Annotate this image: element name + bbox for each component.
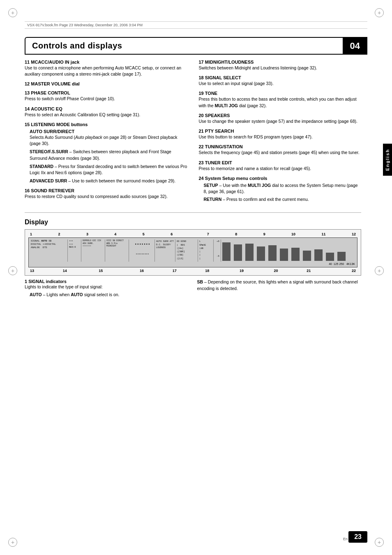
file-info-bar: VSX-917V.book.fm Page 23 Wednesday, Dece…	[25, 21, 367, 29]
section-23-body: Press to memorize and name a station for…	[199, 166, 362, 172]
section-24-title: System Setup menu controls	[205, 176, 267, 181]
section-20-title: SPEAKERS	[205, 113, 230, 118]
section-24-sub-return: RETURN – Press to confirm and exit the c…	[204, 196, 362, 203]
section-15-sub-auto-title: AUTO SURR/DIRECT	[30, 129, 74, 134]
section-24-sub-setup-body: SETUP – Use with the MULTI JOG dial to a…	[204, 182, 362, 195]
corner-mark-br	[375, 538, 384, 547]
top-num-12: 12	[352, 232, 356, 236]
top-num-4: 4	[114, 232, 116, 236]
section-11-title: MCACC/AUDIO IN jack	[31, 60, 79, 64]
display-item-1-sub-auto-text: AUTO – Lights when AUTO signal select is…	[30, 292, 189, 298]
display-sp-ae: LSP►AE|dB|||	[198, 240, 214, 262]
section-12-title: MASTER VOLUME dial	[31, 81, 80, 86]
svg-rect-4	[268, 245, 277, 261]
top-num-5: 5	[143, 232, 145, 236]
section-14: 14 ACOUSTIC EQ Press to select an Acoust…	[25, 106, 187, 118]
section-16-number: 16	[25, 188, 30, 193]
corner-mark-bl	[8, 538, 17, 547]
section-24-number: 24	[199, 176, 204, 181]
section-15-sub-stereo: STEREO/F.S.SURR – Switches between stere…	[30, 149, 187, 161]
section-22-number: 22	[199, 144, 204, 149]
bot-num-19: 19	[240, 269, 244, 273]
section-15-sub-stereo-body: STEREO/F.S.SURR – Switches between stere…	[30, 149, 187, 161]
section-23-title: TUNER EDIT	[205, 160, 232, 165]
section-19-body: Press this button to access the bass and…	[199, 96, 362, 108]
page-en: En	[343, 537, 348, 541]
section-16-body: Press to restore CD quality sound to com…	[25, 193, 187, 200]
display-desc-left: 1 SIGNAL indicators Lights to indicate t…	[25, 279, 189, 301]
display-top-numbers: 1 2 3 4 5 6 7 8 9 10 11 12	[28, 232, 357, 236]
display-freq-labels: 40 125 250 4K13K	[31, 263, 355, 265]
svg-rect-2	[245, 244, 254, 261]
section-23: 23 TUNER EDIT Press to memorize and name…	[199, 160, 362, 172]
display-item-1-sub-auto: AUTO – Lights when AUTO signal select is…	[30, 292, 189, 298]
display-desc-right: SB – Depending on the source, this light…	[197, 279, 362, 301]
svg-rect-6	[291, 248, 300, 261]
section-15-sub-standard: STANDARD – Press for Standard decoding a…	[30, 164, 187, 176]
svg-rect-10	[337, 252, 346, 261]
section-16-title: SOUND RETRIEVER	[31, 188, 74, 193]
top-num-3: 3	[86, 232, 88, 236]
corner-mark-tr	[375, 8, 384, 17]
top-num-2: 2	[58, 232, 60, 236]
display-signal-line: SIGNAL AUTO SB	[31, 240, 66, 243]
section-15-title: LISTENING MODE buttons	[31, 122, 88, 127]
display-diagram: 1 2 3 4 5 6 7 8 9 10 11 12 SIGNAL AUTO S…	[25, 229, 361, 276]
display-screen: SIGNAL AUTO SB DIGITAL ▪▪DIGITAL ANALOG …	[28, 237, 357, 267]
section-13-title: PHASE CONTROL	[31, 90, 70, 95]
section-12-number: 12	[25, 81, 30, 86]
display-item-1-number: 1	[25, 279, 27, 284]
section-13-number: 13	[25, 90, 30, 95]
section-15-sub-advanced: ADVANCED SURR – Use to switch between th…	[30, 178, 187, 184]
section-18: 18 SIGNAL SELECT Use to select an input …	[199, 75, 362, 87]
display-item-1-intro: Lights to indicate the type of input sig…	[25, 284, 189, 290]
display-seg-doprologic: DOPROLO GIC IIXADV.SURR.▪▪▪▪▪▪▪	[83, 240, 105, 262]
chapter-header: Controls and displays 04	[25, 37, 367, 55]
display-bar-graph-svg	[222, 240, 354, 261]
corner-mark-tl	[8, 8, 17, 17]
section-20: 20 SPEAKERS Use to change the speaker sy…	[199, 113, 362, 124]
svg-rect-3	[257, 246, 265, 261]
display-bar-graph	[221, 240, 355, 262]
section-19: 19 TONE Press this button to access the …	[199, 91, 362, 108]
svg-rect-1	[234, 244, 242, 261]
display-icons-right: OO EONO| RDS|[Hs]|[SBR]|[SB]|[LS]	[175, 240, 198, 262]
file-info-text: VSX-917V.book.fm Page 23 Wednesday, Dece…	[27, 23, 143, 27]
display-info-left: SIGNAL AUTO SB DIGITAL ▪▪DIGITAL ANALOG …	[31, 240, 68, 262]
page-number-box: 23	[348, 531, 367, 543]
controls-right-column: 17 MIDNIGHT/LOUDNESS Switches between Mi…	[199, 60, 362, 207]
section-22-title: TUNING/STATION	[205, 144, 243, 149]
section-18-title: SIGNAL SELECT	[205, 75, 241, 80]
section-15-number: 15	[25, 122, 30, 127]
bot-num-18: 18	[205, 269, 209, 273]
bot-num-16: 16	[140, 269, 144, 273]
chapter-title: Controls and displays	[32, 41, 122, 51]
chapter-number-box: 04	[343, 37, 367, 55]
display-analog-line: ANALOG DTS	[31, 246, 66, 249]
section-23-number: 23	[199, 160, 204, 165]
display-db-scale: +6-6	[214, 240, 221, 262]
section-24-sub-setup: SETUP – Use with the MULTI JOG dial to a…	[204, 182, 362, 195]
top-num-10: 10	[291, 232, 295, 236]
controls-section: 11 MCACC/AUDIO IN jack Use to connect a …	[25, 60, 361, 207]
chapter-number: 04	[350, 41, 360, 51]
corner-mark-mid-l	[8, 266, 17, 275]
bot-num-20: 20	[274, 269, 278, 273]
display-freq: ▪▪▪▪▪▪▪▪▪▪▪▪▪▪▪▪	[130, 240, 155, 262]
section-11-body: Use to connect a microphone when perform…	[25, 65, 187, 77]
section-21-title: PTY SEARCH	[205, 129, 234, 134]
bot-num-22: 22	[352, 269, 356, 273]
display-seg-wmas-text: VIII SB DIRECTWMA S PreMIDNIGHT	[106, 240, 127, 248]
section-14-number: 14	[25, 106, 30, 111]
side-tab: English	[383, 144, 392, 176]
section-12: 12 MASTER VOLUME dial	[25, 81, 187, 86]
chapter-title-box: Controls and displays	[25, 37, 343, 55]
svg-rect-8	[314, 249, 323, 261]
section-15-sub-standard-body: STANDARD – Press for Standard decoding a…	[30, 164, 187, 176]
svg-rect-9	[326, 253, 334, 261]
section-17-body: Switches between Midnight and Loudness l…	[199, 65, 362, 71]
display-seg-mid1: ▪▪▪▪▪▪NEO:6	[69, 240, 81, 262]
section-17-number: 17	[199, 60, 204, 64]
display-screen-content: SIGNAL AUTO SB DIGITAL ▪▪DIGITAL ANALOG …	[31, 240, 355, 262]
section-18-number: 18	[199, 75, 204, 80]
